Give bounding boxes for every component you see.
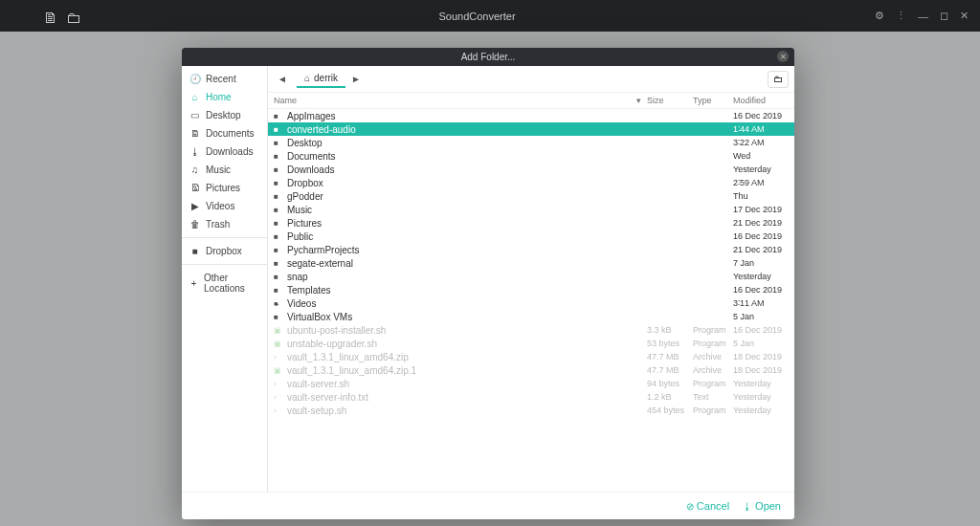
file-row: vault_1.3.1_linux_amd64.zip47.7 MBArchiv… bbox=[268, 350, 794, 363]
file-icon bbox=[274, 379, 287, 388]
file-name: vault-setup.sh bbox=[287, 405, 647, 416]
folder-icon bbox=[274, 218, 287, 228]
sidebar-icon: ♫ bbox=[189, 164, 200, 175]
sidebar-icon: ■ bbox=[189, 246, 200, 256]
file-row[interactable]: snapYesterday bbox=[268, 270, 794, 283]
folder-icon bbox=[274, 178, 287, 187]
file-name: segate-external bbox=[287, 258, 647, 269]
places-sidebar: 🕘Recent⌂Home▭Desktop🗎Documents⭳Downloads… bbox=[182, 66, 268, 492]
add-file-icon[interactable]: 🗎 bbox=[43, 10, 56, 23]
file-row[interactable]: DownloadsYesterday bbox=[268, 163, 794, 176]
file-name: gPodder bbox=[287, 191, 647, 202]
cancel-button[interactable]: ⊘Cancel bbox=[686, 500, 729, 512]
file-row[interactable]: Public16 Dec 2019 bbox=[268, 230, 794, 243]
file-row[interactable]: segate-external7 Jan bbox=[268, 256, 794, 270]
file-row[interactable]: Videos3∶11 AM bbox=[268, 296, 794, 310]
file-row[interactable]: Templates16 Dec 2019 bbox=[268, 283, 794, 296]
folder-icon bbox=[274, 258, 287, 268]
file-modified: 2∶59 AM bbox=[733, 178, 789, 187]
sidebar-item-documents[interactable]: 🗎Documents bbox=[182, 124, 267, 142]
sidebar-item-pictures[interactable]: 🖻Pictures bbox=[182, 179, 267, 197]
breadcrumb-label: derrik bbox=[314, 73, 338, 83]
sidebar-icon: ⭳ bbox=[189, 146, 200, 157]
sidebar-label: Videos bbox=[206, 201, 234, 211]
file-modified: Yesterday bbox=[733, 405, 789, 415]
maximize-icon[interactable]: ◻ bbox=[940, 10, 948, 22]
file-row[interactable]: AppImages16 Dec 2019 bbox=[268, 109, 794, 122]
file-modified: Thu bbox=[733, 191, 789, 201]
file-list[interactable]: AppImages16 Dec 2019converted-audio1∶44 … bbox=[268, 109, 794, 492]
sidebar-label: Trash bbox=[206, 219, 230, 230]
sidebar-item-dropbox[interactable]: ■Dropbox bbox=[182, 242, 267, 260]
sidebar-item-music[interactable]: ♫Music bbox=[182, 161, 267, 179]
open-button[interactable]: ⭳Open bbox=[743, 500, 781, 512]
dialog-title: Add Folder... bbox=[461, 52, 516, 62]
file-row[interactable]: Music17 Dec 2019 bbox=[268, 203, 794, 216]
file-size: 1.2 kB bbox=[647, 392, 693, 402]
sidebar-item-home[interactable]: ⌂Home bbox=[182, 88, 267, 106]
app-header: 🗎 🗀 SoundConverter ⚙ ⋮ — ◻ ✕ bbox=[0, 0, 980, 32]
sidebar-item-downloads[interactable]: ⭳Downloads bbox=[182, 142, 267, 161]
breadcrumb-current[interactable]: ⌂ derrik bbox=[297, 70, 345, 88]
more-icon[interactable]: ⋮ bbox=[896, 10, 906, 22]
add-folder-icon[interactable]: 🗀 bbox=[66, 10, 79, 23]
file-name: Downloads bbox=[287, 164, 647, 175]
file-modified: 5 Jan bbox=[733, 312, 789, 321]
file-name: VirtualBox VMs bbox=[287, 312, 647, 322]
sidebar-item-trash[interactable]: 🗑Trash bbox=[182, 215, 267, 233]
file-modified: 5 Jan bbox=[733, 339, 789, 348]
sidebar-item-recent[interactable]: 🕘Recent bbox=[182, 70, 267, 88]
file-name: Dropbox bbox=[287, 178, 647, 188]
file-type: Text bbox=[693, 392, 733, 402]
file-modified: 18 Dec 2019 bbox=[733, 352, 789, 362]
file-type: Archive bbox=[693, 352, 733, 362]
file-row[interactable]: PycharmProjects21 Dec 2019 bbox=[268, 243, 794, 256]
file-modified: Yesterday bbox=[733, 392, 789, 402]
file-modified: Yesterday bbox=[733, 272, 789, 281]
file-size: 53 bytes bbox=[647, 339, 693, 348]
sidebar-icon: ▶ bbox=[189, 201, 200, 211]
file-row[interactable]: Pictures21 Dec 2019 bbox=[268, 216, 794, 230]
file-row[interactable]: converted-audio1∶44 AM bbox=[268, 122, 794, 136]
app-title: SoundConverter bbox=[79, 11, 875, 22]
file-row: unstable-upgrader.sh53 bytesProgram5 Jan bbox=[268, 337, 794, 350]
file-row[interactable]: VirtualBox VMs5 Jan bbox=[268, 310, 794, 323]
sidebar-item-desktop[interactable]: ▭Desktop bbox=[182, 106, 267, 124]
file-row[interactable]: Desktop3∶22 AM bbox=[268, 136, 794, 149]
file-name: ubuntu-post-installer.sh bbox=[287, 325, 647, 336]
file-row[interactable]: gPodderThu bbox=[268, 189, 794, 203]
sidebar-item-videos[interactable]: ▶Videos bbox=[182, 197, 267, 215]
cancel-icon: ⊘ bbox=[686, 501, 694, 512]
sidebar-item-other-locations[interactable]: +Other Locations bbox=[182, 269, 267, 297]
minimize-icon[interactable]: — bbox=[918, 11, 928, 22]
file-size: 454 bytes bbox=[647, 405, 693, 415]
column-headers[interactable]: Name▾ Size Type Modified bbox=[268, 93, 794, 109]
new-folder-button[interactable]: 🗀 bbox=[768, 71, 789, 88]
file-row[interactable]: Dropbox2∶59 AM bbox=[268, 176, 794, 189]
exec-icon bbox=[274, 365, 287, 375]
file-modified: Yesterday bbox=[733, 164, 789, 174]
file-type: Archive bbox=[693, 365, 733, 375]
file-name: vault_1.3.1_linux_amd64.zip.1 bbox=[287, 365, 647, 376]
file-icon bbox=[274, 405, 287, 415]
path-bar: ◄ ⌂ derrik ► 🗀 bbox=[268, 66, 794, 93]
file-modified: 18 Dec 2019 bbox=[733, 365, 789, 375]
file-size: 94 bytes bbox=[647, 379, 693, 388]
file-modified: Wed bbox=[733, 151, 789, 161]
close-icon[interactable]: ✕ bbox=[960, 10, 969, 22]
col-modified: Modified bbox=[733, 96, 789, 105]
file-name: Pictures bbox=[287, 218, 647, 229]
forward-button[interactable]: ► bbox=[347, 71, 365, 88]
sidebar-label: Pictures bbox=[206, 183, 240, 193]
file-name: PycharmProjects bbox=[287, 245, 647, 255]
file-row[interactable]: DocumentsWed bbox=[268, 149, 794, 163]
back-button[interactable]: ◄ bbox=[274, 71, 291, 88]
col-size: Size bbox=[647, 96, 693, 105]
file-modified: 7 Jan bbox=[733, 258, 789, 268]
dialog-close-icon[interactable]: ✕ bbox=[777, 51, 789, 62]
menu-icon[interactable]: ⚙ bbox=[875, 10, 884, 22]
file-row: vault_1.3.1_linux_amd64.zip.147.7 MBArch… bbox=[268, 363, 794, 377]
file-row: vault-server.sh94 bytesProgramYesterday bbox=[268, 377, 794, 390]
file-name: snap bbox=[287, 272, 647, 282]
dialog-footer: ⊘Cancel ⭳Open bbox=[182, 492, 794, 519]
